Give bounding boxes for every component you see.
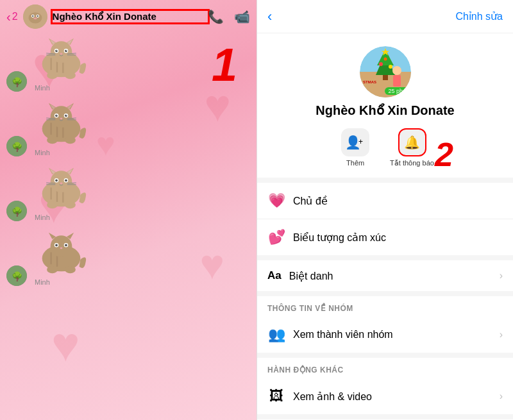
them-button-circle: 👤+ [341, 128, 369, 156]
svg-point-31 [65, 71, 76, 78]
chevron-icon-thanh-vien: › [500, 329, 503, 340]
video-icon[interactable]: 📹 [234, 9, 250, 24]
bell-icon: 🔔 [404, 135, 420, 150]
svg-text:🌳: 🌳 [12, 77, 23, 88]
right-panel: ‹ Chỉnh sửa [256, 0, 513, 420]
group-name-header[interactable]: Nghèo Khổ Xin Donate [53, 11, 208, 22]
msg-avatar-1: 🌳 [6, 71, 27, 92]
header-actions: 📞 📹 [208, 9, 250, 24]
pusheen-sticker-4 [34, 230, 88, 274]
tat-thong-bao-label: Tắt thông báo [390, 159, 434, 167]
add-person-icon: 👤+ [345, 135, 366, 150]
biet-danh-label: Biệt danh [289, 270, 500, 282]
phone-icon[interactable]: 📞 [208, 9, 224, 24]
svg-point-24 [66, 49, 67, 50]
svg-point-49 [60, 117, 62, 119]
svg-text:🌳: 🌳 [12, 142, 23, 153]
svg-point-62 [50, 171, 72, 192]
settings-row-chu-de[interactable]: 💗 Chủ đề [257, 183, 513, 219]
svg-point-77 [65, 201, 76, 208]
svg-point-83 [50, 235, 72, 257]
msg-avatar-3: 🌳 [6, 201, 27, 221]
svg-point-48 [66, 114, 67, 115]
pusheen-sticker-1 [34, 35, 88, 80]
settings-section-hanh-dong: HÀNH ĐỘNG KHÁC 🖼 Xem ảnh & video › [257, 358, 513, 419]
msg-sender-4: Minh [35, 278, 90, 286]
edit-button[interactable]: Chỉnh sửa [455, 10, 503, 22]
svg-point-89 [65, 244, 67, 246]
them-button-label: Thêm [346, 159, 364, 167]
pusheen-sticker-3 [34, 165, 88, 210]
chu-de-label: Chủ đề [293, 195, 503, 207]
message-group-3: 🌳 [6, 163, 250, 221]
them-button[interactable]: 👤+ Thêm [336, 128, 374, 167]
back-arrow-icon: ‹ [6, 10, 11, 24]
svg-point-70 [65, 179, 67, 181]
back-button[interactable]: ‹ 2 [6, 10, 18, 24]
svg-point-97 [379, 62, 383, 66]
settings-row-bieu-tuong[interactable]: 💕 Biểu tượng cảm xúc [257, 219, 513, 255]
msg-content-1: Minh [32, 33, 90, 92]
svg-point-99 [383, 58, 387, 61]
svg-point-7 [33, 17, 37, 19]
svg-point-25 [60, 53, 62, 55]
chevron-icon-biet-danh: › [500, 270, 503, 281]
profile-section: STMAS 25 phút Nghèo Khổ Xin Donate 👤+ Th… [257, 33, 513, 183]
settings-row-biet-danh[interactable]: Aa Biệt danh › [257, 260, 513, 291]
action-buttons: 👤+ Thêm 🔔 Tắt thông báo 2 [336, 128, 434, 167]
cat-sticker-2 [32, 98, 90, 146]
svg-rect-103 [393, 75, 401, 87]
settings-list: 💗 Chủ đề 💕 Biểu tượng cảm xúc Aa Biệt da… [257, 183, 513, 420]
svg-point-14 [50, 41, 72, 63]
settings-row-thanh-vien[interactable]: 👥 Xem thành viên nhóm › [257, 317, 513, 353]
settings-section-nhom: THÔNG TIN VỀ NHÓM 👥 Xem thành viên nhóm … [257, 296, 513, 358]
right-back-button[interactable]: ‹ [267, 8, 272, 25]
message-group-2: 🌳 [6, 98, 250, 156]
tat-thong-bao-button[interactable]: 🔔 Tắt thông báo 2 [390, 128, 434, 167]
msg-sender-2: Minh [35, 149, 90, 156]
svg-point-69 [55, 179, 58, 181]
svg-rect-100 [383, 75, 388, 80]
messages-area: 🌳 [0, 33, 256, 420]
svg-point-88 [55, 244, 58, 246]
online-badge: 25 phút [385, 87, 410, 95]
svg-point-38 [50, 106, 72, 128]
thanh-vien-label: Xem thành viên nhóm [293, 329, 500, 340]
number-label-2: 2 [435, 135, 453, 174]
settings-row-anh-video[interactable]: 🖼 Xem ảnh & video › [257, 378, 513, 414]
svg-point-5 [32, 15, 33, 17]
msg-sender-1: Minh [35, 84, 90, 92]
section-header-nhom: THÔNG TIN VỀ NHÓM [257, 296, 513, 317]
group-avatar-image [23, 4, 47, 29]
anh-video-label: Xem ảnh & video [293, 391, 500, 403]
left-panel: ♥ ♥ ♥ ♥ ♥ ♥ ‹ 2 Nghèo Khổ Xin Donate [0, 0, 256, 420]
svg-point-71 [60, 182, 62, 184]
svg-point-23 [56, 49, 57, 50]
svg-text:STMAS: STMAS [363, 80, 376, 84]
chevron-icon-anh-video: › [500, 391, 503, 402]
cat-sticker-1 [32, 33, 90, 81]
photo-video-icon: 🖼 [267, 387, 285, 405]
msg-sender-3: Minh [35, 214, 90, 221]
profile-name: Nghèo Khổ Xin Donate [315, 103, 454, 118]
svg-point-98 [389, 65, 392, 69]
tat-thong-bao-circle: 🔔 [398, 128, 426, 156]
svg-point-55 [65, 136, 76, 143]
profile-avatar: STMAS 25 phút [360, 46, 411, 97]
svg-text:🌳: 🌳 [12, 271, 23, 282]
msg-content-2: Minh [32, 98, 90, 156]
svg-point-92 [65, 265, 76, 273]
svg-point-102 [392, 66, 401, 75]
svg-point-47 [56, 114, 57, 115]
section-header-hanh-dong: HÀNH ĐỘNG KHÁC [257, 358, 513, 378]
svg-point-91 [47, 265, 58, 273]
back-count-badge: 2 [12, 11, 18, 22]
members-icon: 👥 [267, 326, 285, 344]
msg-content-3: Minh [32, 163, 90, 221]
svg-point-76 [47, 201, 58, 208]
chu-de-icon: 💗 [267, 192, 285, 210]
svg-point-30 [47, 71, 58, 78]
group-avatar-small [23, 4, 47, 29]
svg-point-54 [47, 136, 58, 143]
number-label-1: 1 [212, 38, 237, 91]
